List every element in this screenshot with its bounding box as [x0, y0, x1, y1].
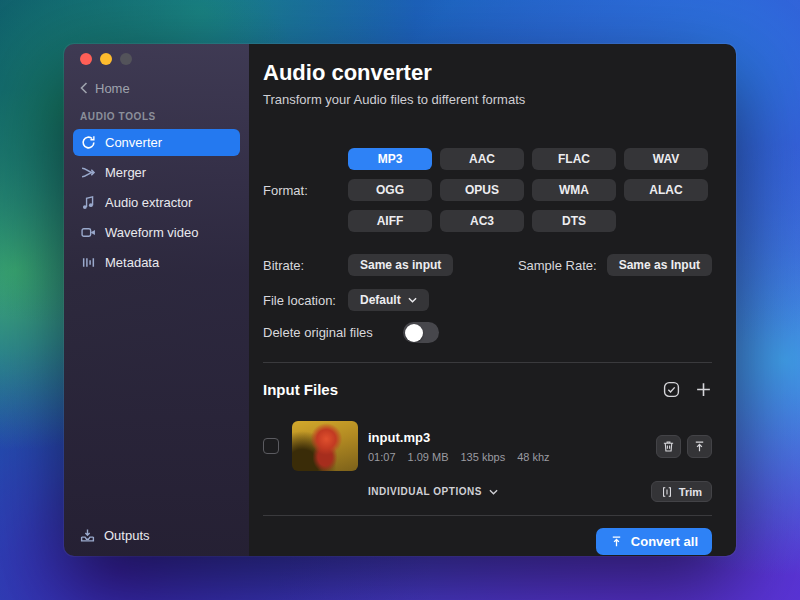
file-bitrate: 135 kbps [461, 451, 506, 463]
individual-options-label: INDIVIDUAL OPTIONS [368, 486, 482, 497]
desktop-wallpaper: { "colors": { "accent": "#2e82f6", "traf… [0, 0, 800, 600]
outputs-tray-icon [80, 528, 95, 543]
convert-all-label: Convert all [631, 534, 698, 549]
file-name: input.mp3 [368, 430, 550, 445]
add-files-button[interactable] [695, 381, 712, 398]
trim-icon [661, 486, 673, 498]
file-location-setting-row: File location: Default [263, 289, 712, 311]
file-location-value: Default [360, 293, 401, 307]
video-camera-icon [81, 225, 96, 240]
close-button[interactable] [80, 53, 92, 65]
back-home-button[interactable]: Home [64, 79, 249, 97]
main-panel: Audio converter Transform your Audio fil… [249, 44, 736, 556]
trim-button[interactable]: Trim [651, 481, 712, 502]
sidebar-item-label: Waveform video [105, 225, 198, 240]
convert-all-button[interactable]: Convert all [596, 528, 712, 555]
add-files-icon [695, 381, 712, 398]
sidebar-item-waveform-video[interactable]: Waveform video [73, 219, 240, 246]
bitrate-button[interactable]: Same as input [348, 254, 453, 276]
input-files-actions [663, 381, 712, 398]
format-option-dts[interactable]: DTS [532, 210, 616, 232]
sidebar-item-audio-extractor[interactable]: Audio extractor [73, 189, 240, 216]
file-row-actions [656, 435, 712, 458]
delete-original-setting-row: Delete original files [263, 322, 712, 343]
sample-rate-label: Sample Rate: [518, 258, 597, 273]
minimize-button[interactable] [100, 53, 112, 65]
sidebar: Home AUDIO TOOLS Converter Merger Audi [64, 44, 249, 556]
format-option-aac[interactable]: AAC [440, 148, 524, 170]
input-files-title: Input Files [263, 381, 338, 398]
zoom-button[interactable] [120, 53, 132, 65]
sidebar-item-converter[interactable]: Converter [73, 129, 240, 156]
individual-options-row: INDIVIDUAL OPTIONS Trim [263, 481, 712, 502]
delete-file-button[interactable] [656, 435, 681, 458]
file-location-dropdown[interactable]: Default [348, 289, 429, 311]
toggle-knob [405, 324, 423, 342]
export-icon [693, 440, 706, 453]
sidebar-footer: Outputs [64, 526, 249, 556]
sidebar-nav: Converter Merger Audio extractor Wavefor… [64, 129, 249, 276]
file-duration: 01:07 [368, 451, 396, 463]
sidebar-item-merger[interactable]: Merger [73, 159, 240, 186]
format-option-wav[interactable]: WAV [624, 148, 708, 170]
file-meta: 01:07 1.09 MB 135 kbps 48 khz [368, 451, 550, 463]
sidebar-item-label: Audio extractor [105, 195, 192, 210]
sidebar-item-metadata[interactable]: Metadata [73, 249, 240, 276]
format-option-ogg[interactable]: OGG [348, 179, 432, 201]
divider [263, 362, 712, 363]
window-controls [64, 44, 249, 69]
sample-rate-group: Sample Rate: Same as Input [518, 254, 712, 276]
select-files-icon [663, 381, 680, 398]
format-option-ac3[interactable]: AC3 [440, 210, 524, 232]
sidebar-item-outputs[interactable]: Outputs [80, 526, 233, 544]
select-files-button[interactable] [663, 381, 680, 398]
sidebar-item-label: Converter [105, 135, 162, 150]
format-option-wma[interactable]: WMA [532, 179, 616, 201]
file-thumbnail [292, 421, 358, 471]
divider [263, 515, 712, 516]
page-title: Audio converter [263, 60, 712, 86]
format-option-mp3[interactable]: MP3 [348, 148, 432, 170]
bitrate-setting-row: Bitrate: Same as input Sample Rate: Same… [263, 254, 712, 276]
page-subtitle: Transform your Audio files to different … [263, 91, 712, 109]
music-note-icon [81, 195, 96, 210]
sidebar-item-label: Merger [105, 165, 146, 180]
merger-icon [81, 165, 96, 180]
format-options-grid: MP3 AAC FLAC WAV OGG OPUS WMA ALAC AIFF … [348, 148, 708, 232]
converter-icon [81, 135, 96, 150]
file-samplerate: 48 khz [517, 451, 549, 463]
footer-row: Convert all [263, 528, 712, 555]
upload-arrow-icon [610, 535, 623, 548]
file-checkbox[interactable] [263, 438, 279, 454]
format-option-alac[interactable]: ALAC [624, 179, 708, 201]
trim-button-label: Trim [679, 486, 702, 498]
file-size: 1.09 MB [408, 451, 449, 463]
sidebar-item-label: Metadata [105, 255, 159, 270]
export-file-button[interactable] [687, 435, 712, 458]
file-location-label: File location: [263, 293, 348, 308]
chevron-left-icon [80, 82, 88, 94]
delete-original-toggle[interactable] [403, 322, 439, 343]
sample-rate-button[interactable]: Same as Input [607, 254, 712, 276]
sidebar-section-label: AUDIO TOOLS [64, 97, 249, 127]
format-option-opus[interactable]: OPUS [440, 179, 524, 201]
chevron-down-icon [489, 489, 498, 495]
format-label: Format: [263, 183, 348, 198]
individual-options-disclosure[interactable]: INDIVIDUAL OPTIONS [368, 486, 498, 497]
sidebar-item-label: Outputs [104, 528, 150, 543]
metadata-bars-icon [81, 255, 96, 270]
file-row: input.mp3 01:07 1.09 MB 135 kbps 48 khz [263, 421, 712, 471]
file-info: input.mp3 01:07 1.09 MB 135 kbps 48 khz [368, 430, 550, 463]
format-option-flac[interactable]: FLAC [532, 148, 616, 170]
input-files-header: Input Files [263, 377, 712, 401]
format-option-aiff[interactable]: AIFF [348, 210, 432, 232]
app-window: Home AUDIO TOOLS Converter Merger Audi [64, 44, 736, 556]
format-setting-row: Format: MP3 AAC FLAC WAV OGG OPUS WMA AL… [263, 148, 712, 232]
trash-icon [662, 440, 675, 453]
back-home-label: Home [95, 81, 130, 96]
chevron-down-icon [408, 297, 417, 303]
delete-original-label: Delete original files [263, 325, 373, 340]
bitrate-label: Bitrate: [263, 258, 348, 273]
